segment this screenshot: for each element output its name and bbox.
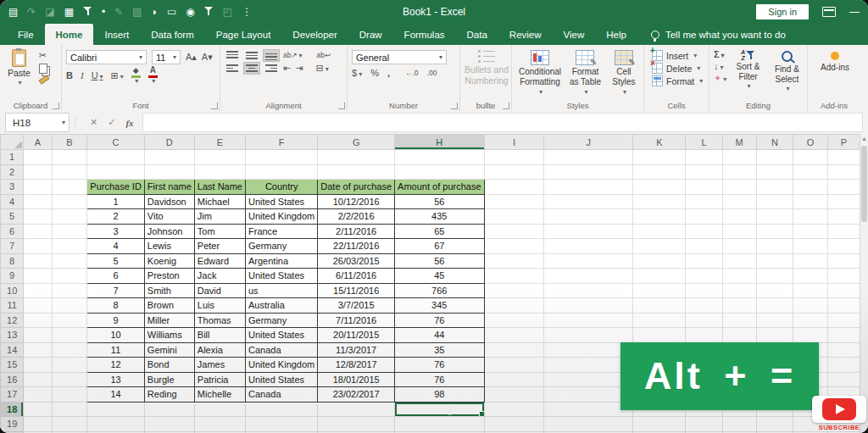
cell-C8[interactable]: 5 xyxy=(87,253,145,269)
cell-E3[interactable]: Last Name xyxy=(194,180,245,195)
row-header-7[interactable]: 7 xyxy=(1,239,24,254)
cell-G14[interactable]: 11/3/2017 xyxy=(318,342,395,358)
number-format-combo[interactable]: General xyxy=(352,50,447,64)
callout-icon[interactable]: ◗ xyxy=(152,7,158,17)
cell-J7[interactable] xyxy=(544,239,633,254)
cell-I17[interactable] xyxy=(484,387,544,402)
comment-icon[interactable]: ▭ xyxy=(167,7,176,17)
bullets-numbering-button[interactable]: Bullets and Numbering xyxy=(465,64,509,86)
cell-C5[interactable]: 2 xyxy=(87,209,145,225)
cell-F11[interactable]: Australia xyxy=(246,298,318,314)
column-header-K[interactable]: K xyxy=(633,135,686,150)
cell-D3[interactable]: First name xyxy=(144,180,194,195)
cell-P6[interactable] xyxy=(827,224,860,239)
column-header-D[interactable]: D xyxy=(144,135,194,150)
cell-O5[interactable] xyxy=(793,209,828,225)
cell-H1[interactable] xyxy=(395,150,484,165)
align-right-icon[interactable] xyxy=(264,63,279,74)
cell-F1[interactable] xyxy=(246,150,318,165)
formula-input[interactable] xyxy=(142,113,863,132)
cell-M8[interactable] xyxy=(722,253,756,269)
cell-C11[interactable]: 8 xyxy=(87,298,145,314)
cell-P11[interactable] xyxy=(827,298,860,314)
cell-K19[interactable] xyxy=(633,417,686,432)
insert-function-icon[interactable]: fx xyxy=(125,118,133,128)
cell-E19[interactable] xyxy=(194,417,245,432)
cell-C9[interactable]: 6 xyxy=(87,269,145,284)
cell-B12[interactable] xyxy=(52,313,87,328)
cell-A1[interactable] xyxy=(24,150,52,165)
cell-G13[interactable]: 20/11/2015 xyxy=(318,328,395,343)
cell-N9[interactable] xyxy=(756,269,793,284)
cell-H17[interactable]: 98 xyxy=(395,387,484,402)
cell-C10[interactable]: 7 xyxy=(87,283,145,298)
tab-formulas[interactable]: Formulas xyxy=(393,24,456,45)
cell-I11[interactable] xyxy=(484,298,544,314)
cell-C14[interactable]: 11 xyxy=(87,342,145,358)
cancel-icon[interactable]: ✕ xyxy=(90,117,97,128)
decrease-indent-icon[interactable]: ⇤ xyxy=(283,64,291,73)
cell-F2[interactable] xyxy=(246,164,318,180)
comma-style-icon[interactable]: , xyxy=(387,69,390,78)
minimize-button[interactable]: — xyxy=(849,6,860,18)
column-header-J[interactable]: J xyxy=(544,135,633,150)
picture-icon[interactable]: ▨ xyxy=(132,7,142,17)
decrease-decimal-icon[interactable]: .00 xyxy=(427,69,437,77)
cell-E16[interactable]: Patricia xyxy=(194,372,245,387)
cell-H15[interactable]: 76 xyxy=(395,358,484,373)
cell-I13[interactable] xyxy=(484,328,544,343)
cell-I19[interactable] xyxy=(484,417,544,432)
accounting-format-icon[interactable]: $ xyxy=(352,69,362,78)
cell-O12[interactable] xyxy=(793,313,828,328)
cell-I1[interactable] xyxy=(484,150,544,165)
cell-K8[interactable] xyxy=(633,253,686,269)
cell-O1[interactable] xyxy=(793,150,828,165)
cell-O11[interactable] xyxy=(793,298,828,314)
italic-button[interactable]: I xyxy=(81,71,84,80)
cell-D16[interactable]: Burgle xyxy=(144,372,194,387)
cell-M6[interactable] xyxy=(722,224,756,239)
cell-L8[interactable] xyxy=(686,253,722,269)
cell-L13[interactable] xyxy=(686,328,722,343)
shrink-font-icon[interactable]: A▾ xyxy=(202,53,213,62)
format-cells-button[interactable]: Format xyxy=(652,75,706,86)
cell-I2[interactable] xyxy=(484,164,544,180)
row-header-17[interactable]: 17 xyxy=(1,387,24,402)
data-form-icon[interactable]: ▦ xyxy=(64,7,74,17)
cell-C16[interactable]: 13 xyxy=(87,372,145,387)
subscribe-button[interactable] xyxy=(812,396,866,423)
cell-H8[interactable]: 56 xyxy=(395,253,484,269)
cell-G10[interactable]: 15/11/2016 xyxy=(318,283,395,298)
column-header-E[interactable]: E xyxy=(194,135,245,150)
column-header-C[interactable]: C xyxy=(87,135,145,150)
cell-B6[interactable] xyxy=(52,224,87,239)
cell-G4[interactable]: 10/12/2016 xyxy=(318,194,395,209)
cell-E12[interactable]: Thomas xyxy=(194,313,245,328)
cell-E17[interactable]: Michelle xyxy=(194,387,245,402)
cell-J9[interactable] xyxy=(544,269,633,284)
cell-M1[interactable] xyxy=(722,150,756,165)
cell-A5[interactable] xyxy=(24,209,52,225)
increase-indent-icon[interactable]: ⇥ xyxy=(295,64,303,73)
row-header-10[interactable]: 10 xyxy=(1,283,24,298)
cell-A8[interactable] xyxy=(24,253,52,269)
cell-B7[interactable] xyxy=(52,239,87,254)
tell-me-box[interactable]: Tell me what you want to do xyxy=(651,24,786,45)
tab-data-form[interactable]: Data form xyxy=(140,24,205,45)
cell-N7[interactable] xyxy=(756,239,793,254)
cell-D8[interactable]: Koenig xyxy=(144,253,194,269)
cell-J12[interactable] xyxy=(544,313,633,328)
cell-M5[interactable] xyxy=(722,209,756,225)
cell-J2[interactable] xyxy=(544,164,633,180)
column-header-O[interactable]: O xyxy=(793,135,828,150)
cell-D10[interactable]: Smith xyxy=(144,283,194,298)
column-header-B[interactable]: B xyxy=(52,135,87,150)
cell-L10[interactable] xyxy=(686,283,722,298)
cell-J10[interactable] xyxy=(544,283,633,298)
cell-A2[interactable] xyxy=(24,164,52,180)
tab-developer[interactable]: Developer xyxy=(281,24,348,45)
cell-D14[interactable]: Gemini xyxy=(144,342,194,358)
cell-G15[interactable]: 12/8/2017 xyxy=(318,358,395,373)
cell-G11[interactable]: 3/7/2015 xyxy=(318,298,395,314)
font-color-button[interactable]: A xyxy=(148,66,158,85)
